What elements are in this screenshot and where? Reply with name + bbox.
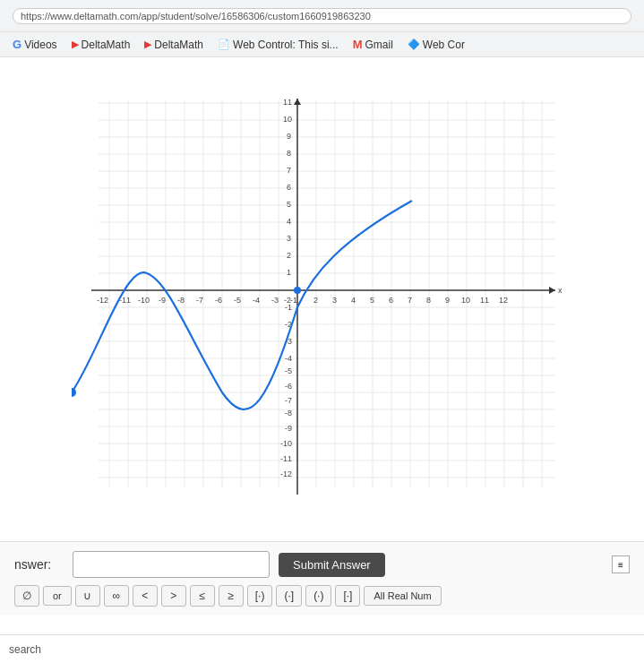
browser-bar: https://www.deltamath.com/app/student/so… (0, 0, 644, 32)
bookmark-deltamath-2-label: DeltaMath (154, 39, 203, 51)
left-endpoint-dot (72, 388, 76, 397)
origin-dot (294, 287, 301, 294)
x-tick-2: 2 (313, 296, 318, 305)
search-label: search (9, 643, 41, 656)
bookmark-deltamath-1[interactable]: ▶ DeltaMath (66, 37, 136, 53)
y-tick--9: -9 (285, 424, 292, 433)
x-tick--10: -10 (138, 296, 150, 305)
y-tick--6: -6 (285, 382, 292, 391)
expand-icon[interactable]: ≡ (612, 555, 630, 573)
symbol-or[interactable]: or (43, 586, 72, 606)
y-tick-6: 6 (287, 183, 291, 192)
deltamath-icon-2: ▶ (144, 39, 151, 50)
bookmark-webcor[interactable]: 🔷 Web Cor (402, 37, 470, 53)
bookmark-webcontrol[interactable]: 📄 Web Control: This si... (212, 37, 344, 53)
submit-button[interactable]: Submit Answer (279, 553, 385, 577)
bookmark-videos[interactable]: G Videos (7, 36, 63, 53)
bookmarks-bar: G Videos ▶ DeltaMath ▶ DeltaMath 📄 Web C… (0, 32, 644, 57)
symbol-infinity[interactable]: ∞ (104, 585, 129, 607)
bookmark-gmail[interactable]: M Gmail (348, 36, 399, 53)
x-tick--8: -8 (177, 296, 185, 305)
symbol-union[interactable]: ∪ (75, 585, 100, 607)
x-tick-10: 10 (461, 296, 470, 305)
curve-path (72, 201, 412, 409)
x-tick--9: -9 (159, 296, 166, 305)
bookmark-deltamath-2[interactable]: ▶ DeltaMath (139, 37, 209, 53)
symbol-less[interactable]: < (133, 585, 158, 607)
x-tick--6: -6 (215, 296, 222, 305)
x-tick-8: 8 (426, 296, 431, 305)
x-tick-11: 11 (480, 296, 489, 305)
y-tick--4: -4 (285, 354, 292, 363)
bookmark-deltamath-1-label: DeltaMath (82, 39, 131, 51)
url-bar[interactable]: https://www.deltamath.com/app/student/so… (13, 8, 631, 24)
x-tick-5: 5 (370, 296, 374, 305)
symbol-paren-close[interactable]: [·] (335, 585, 360, 607)
symbol-all-real[interactable]: All Real Num (364, 586, 441, 606)
bookmark-webcor-label: Web Cor (423, 39, 465, 51)
y-tick--5: -5 (285, 366, 292, 375)
y-tick--7: -7 (285, 396, 292, 405)
answer-area: nswer: Submit Answer ≡ ∅ or ∪ ∞ < > ≤ ≥ … (0, 541, 644, 616)
y-tick-3: 3 (287, 234, 291, 243)
x-axis-arrow (549, 287, 555, 294)
x-tick-3: 3 (332, 296, 337, 305)
answer-row: nswer: Submit Answer ≡ (14, 551, 630, 578)
x-tick-12: 12 (499, 296, 508, 305)
y-tick-7: 7 (287, 166, 291, 175)
deltamath-icon-1: ▶ (72, 39, 79, 50)
symbol-less-equal[interactable]: ≤ (190, 585, 215, 607)
x-tick--7: -7 (196, 296, 203, 305)
vertical-grid-lines (109, 100, 542, 487)
y-tick-2: 2 (287, 251, 291, 260)
y-tick-9: 9 (287, 132, 291, 141)
x-tick--12: -12 (97, 296, 108, 305)
bookmark-videos-label: Videos (24, 39, 56, 51)
y-tick--1: -1 (285, 303, 292, 312)
bookmark-gmail-label: Gmail (365, 39, 392, 51)
x-tick-4: 4 (351, 296, 356, 305)
webcor-icon: 🔷 (408, 39, 420, 50)
symbol-empty-set[interactable]: ∅ (14, 585, 39, 607)
x-tick-9: 9 (445, 296, 450, 305)
symbol-bracket-close[interactable]: (·] (276, 585, 302, 607)
y-tick-8: 8 (287, 149, 291, 158)
y-tick--11: -11 (280, 454, 292, 463)
y-tick-1: 1 (287, 268, 291, 277)
x-tick-6: 6 (389, 296, 393, 305)
bookmark-webcontrol-label: Web Control: This si... (233, 39, 339, 51)
graph-container: x -12 -11 -10 -9 -8 -7 -6 -5 -4 -3 -2 -1… (0, 57, 644, 541)
symbol-greater-equal[interactable]: ≥ (219, 585, 244, 607)
y-tick-5: 5 (287, 200, 291, 209)
symbol-greater[interactable]: > (161, 585, 186, 607)
symbol-row: ∅ or ∪ ∞ < > ≤ ≥ [·) (·] (·) [·] All Rea… (14, 585, 630, 607)
x-tick--3: -3 (271, 296, 279, 305)
y-tick-4: 4 (287, 217, 291, 226)
gmail-icon: M (353, 38, 363, 51)
y-tick--12: -12 (280, 469, 292, 478)
x-tick--4: -4 (253, 296, 260, 305)
y-tick-11: 11 (283, 98, 292, 107)
symbol-bracket-open[interactable]: [·) (247, 585, 273, 607)
y-axis-arrow (294, 99, 301, 105)
doc-icon: 📄 (218, 39, 230, 50)
answer-label: nswer: (14, 557, 64, 572)
x-axis-label: x (558, 286, 562, 295)
y-tick-10: 10 (283, 115, 292, 124)
search-bar: search (0, 634, 644, 663)
graph-svg: x -12 -11 -10 -9 -8 -7 -6 -5 -4 -3 -2 -1… (72, 84, 573, 523)
google-icon: G (13, 38, 21, 51)
x-tick-7: 7 (408, 296, 412, 305)
y-tick--10: -10 (280, 439, 292, 448)
main-content: x -12 -11 -10 -9 -8 -7 -6 -5 -4 -3 -2 -1… (0, 57, 644, 663)
answer-input[interactable] (73, 551, 270, 578)
y-tick--8: -8 (285, 409, 292, 418)
symbol-paren-open[interactable]: (·) (305, 585, 331, 607)
x-tick--5: -5 (234, 296, 241, 305)
